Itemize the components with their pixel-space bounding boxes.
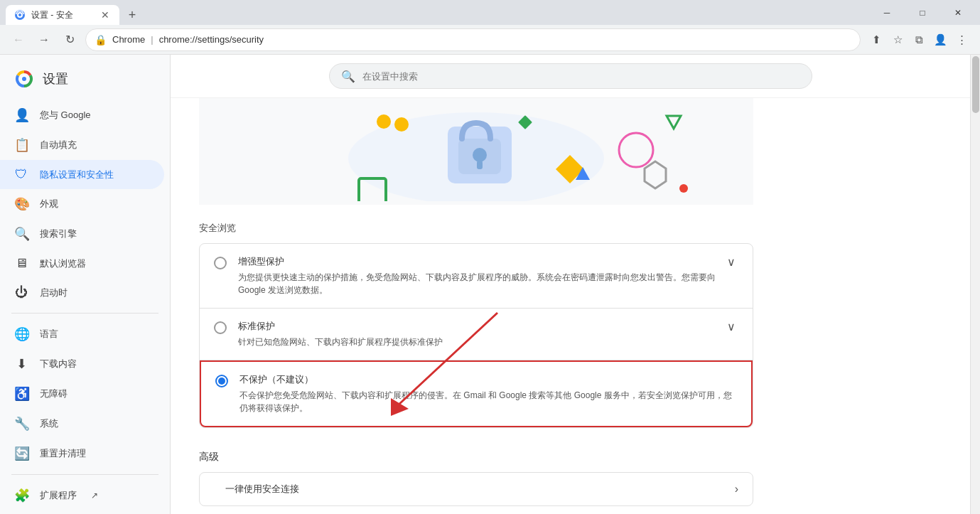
standard-expand-icon[interactable]: ∨ xyxy=(724,320,738,333)
address-chrome-text: Chrome xyxy=(112,34,145,45)
google-icon: 👤 xyxy=(14,107,28,123)
privacy-icon: 🛡 xyxy=(14,167,28,182)
refresh-button[interactable]: ↻ xyxy=(60,30,80,50)
autofill-icon: 📋 xyxy=(14,137,28,153)
svg-point-11 xyxy=(377,114,391,129)
search-bar[interactable]: 🔍 xyxy=(329,63,812,89)
scrollbar-track[interactable] xyxy=(970,55,980,514)
search-area: 🔍 xyxy=(171,55,970,98)
sidebar-item-search[interactable]: 🔍 搜索引擎 xyxy=(0,219,164,249)
forward-button[interactable]: → xyxy=(34,30,54,50)
sidebar-item-google[interactable]: 👤 您与 Google xyxy=(0,100,164,130)
language-icon: 🌐 xyxy=(14,326,28,342)
no-protection-desc: 不会保护您免受危险网站、下载内容和扩展程序的侵害。在 Gmail 和 Googl… xyxy=(239,389,737,414)
tab-view-button[interactable]: ⧉ xyxy=(909,30,929,50)
main-layout: 设置 👤 您与 Google 📋 自动填充 🛡 隐私设置和安全性 🎨 外观 🔍 … xyxy=(0,55,980,514)
active-tab[interactable]: 设置 - 安全 ✕ xyxy=(6,5,119,25)
back-button[interactable]: ← xyxy=(9,30,28,50)
accessibility-icon: ♿ xyxy=(14,386,28,402)
scrollbar-thumb[interactable] xyxy=(972,56,979,113)
sidebar-label-language: 语言 xyxy=(40,328,58,341)
sidebar-label-google: 您与 Google xyxy=(40,109,91,122)
sidebar-item-startup[interactable]: ⏻ 启动时 xyxy=(0,278,164,307)
svg-point-9 xyxy=(394,117,409,132)
standard-protection-option[interactable]: 标准保护 针对已知危险网站、下载内容和扩展程序提供标准保护 ∨ xyxy=(200,309,753,360)
appearance-icon: 🎨 xyxy=(14,196,28,212)
secure-connection-label: 一律使用安全连接 xyxy=(225,483,735,496)
sidebar-item-language[interactable]: 🌐 语言 xyxy=(0,319,164,349)
sidebar-label-extensions: 扩展程序 xyxy=(40,489,77,502)
maximize-button[interactable]: □ xyxy=(906,0,939,25)
sidebar-item-extensions[interactable]: 🧩 扩展程序 ↗ xyxy=(0,481,164,510)
address-separator: | xyxy=(151,34,153,45)
close-button[interactable]: ✕ xyxy=(942,0,974,25)
svg-point-16 xyxy=(619,133,653,167)
sidebar-divider-1 xyxy=(11,313,158,314)
share-button[interactable]: ⬆ xyxy=(866,30,886,50)
sidebar-item-autofill[interactable]: 📋 自动填充 xyxy=(0,130,164,160)
minimize-button[interactable]: ─ xyxy=(871,0,903,25)
lock-icon: 🔒 xyxy=(95,34,107,45)
advanced-title: 高级 xyxy=(199,451,753,464)
toolbar-actions: ⬆ ☆ ⧉ 👤 ⋮ xyxy=(866,30,971,50)
sidebar-label-browser: 默认浏览器 xyxy=(40,257,86,270)
sidebar-item-about[interactable]: ℹ 关于 Chrome xyxy=(0,510,164,514)
enhanced-radio[interactable] xyxy=(214,257,227,269)
sidebar-item-appearance[interactable]: 🎨 外观 xyxy=(0,189,164,219)
sidebar-label-search: 搜索引擎 xyxy=(40,227,77,240)
extensions-icon: 🧩 xyxy=(14,488,28,503)
secure-connection-toggle[interactable]: › xyxy=(735,483,738,496)
sidebar-label-reset: 重置并清理 xyxy=(40,447,86,460)
search-bar-icon: 🔍 xyxy=(341,70,355,83)
enhanced-content: 增强型保护 为您提供更快速主动的保护措施，免受危险网站、下载内容及扩展程序的威胁… xyxy=(238,255,724,296)
sidebar-divider-2 xyxy=(11,474,158,475)
sidebar-item-privacy[interactable]: 🛡 隐私设置和安全性 xyxy=(0,160,164,189)
toolbar: ← → ↻ 🔒 Chrome | chrome://settings/secur… xyxy=(0,25,980,55)
sidebar-label-accessibility: 无障碍 xyxy=(40,387,68,400)
no-protection-radio[interactable] xyxy=(215,375,228,387)
sidebar-item-downloads[interactable]: ⬇ 下载内容 xyxy=(0,349,164,379)
reset-icon: 🔄 xyxy=(14,446,28,461)
settings-title: 设置 xyxy=(43,70,68,87)
new-tab-button[interactable]: + xyxy=(122,5,142,25)
window-controls: ─ □ ✕ xyxy=(871,0,974,25)
search-input[interactable] xyxy=(362,71,800,82)
profile-button[interactable]: 👤 xyxy=(930,30,950,50)
address-bar[interactable]: 🔒 Chrome | chrome://settings/security xyxy=(85,28,861,51)
hero-illustration xyxy=(199,98,753,205)
secure-connection-item[interactable]: 一律使用安全连接 › xyxy=(199,472,753,506)
system-icon: 🔧 xyxy=(14,416,28,432)
svg-point-18 xyxy=(679,184,688,193)
titlebar: 设置 - 安全 ✕ + ─ □ ✕ xyxy=(0,0,980,25)
tab-favicon xyxy=(14,9,26,21)
sidebar-item-reset[interactable]: 🔄 重置并清理 xyxy=(0,439,164,469)
sidebar-item-accessibility[interactable]: ♿ 无障碍 xyxy=(0,379,164,409)
standard-title: 标准保护 xyxy=(238,320,724,333)
enhanced-protection-option[interactable]: 增强型保护 为您提供更快速主动的保护措施，免受危险网站、下载内容及扩展程序的威胁… xyxy=(200,244,753,308)
tab-area: 设置 - 安全 ✕ + xyxy=(6,0,871,25)
sidebar-item-system[interactable]: 🔧 系统 xyxy=(0,409,164,439)
browser-icon: 🖥 xyxy=(14,256,28,271)
no-protection-option[interactable]: 不保护（不建议） 不会保护您免受危险网站、下载内容和扩展程序的侵害。在 Gmai… xyxy=(200,360,753,427)
standard-desc: 针对已知危险网站、下载内容和扩展程序提供标准保护 xyxy=(238,336,724,348)
sidebar-item-browser[interactable]: 🖥 默认浏览器 xyxy=(0,249,164,278)
settings-logo-area: 设置 xyxy=(0,60,170,100)
enhanced-desc: 为您提供更快速主动的保护措施，免受危险网站、下载内容及扩展程序的威胁。系统会在密… xyxy=(238,271,724,296)
section-title: 安全浏览 xyxy=(199,205,753,243)
tab-close-button[interactable]: ✕ xyxy=(99,9,111,21)
options-container: 增强型保护 为您提供更快速主动的保护措施，免受危险网站、下载内容及扩展程序的威胁… xyxy=(199,243,753,428)
no-protection-title: 不保护（不建议） xyxy=(239,373,737,386)
sidebar-label-appearance: 外观 xyxy=(40,198,58,210)
enhanced-expand-icon[interactable]: ∨ xyxy=(724,255,738,269)
sidebar-label-system: 系统 xyxy=(40,417,58,430)
svg-rect-8 xyxy=(477,161,483,169)
search-icon: 🔍 xyxy=(14,226,28,242)
menu-button[interactable]: ⋮ xyxy=(952,30,971,50)
sidebar-label-autofill: 自动填充 xyxy=(40,139,77,151)
bookmark-button[interactable]: ☆ xyxy=(888,30,908,50)
standard-radio[interactable] xyxy=(214,321,227,334)
tab-title: 设置 - 安全 xyxy=(31,9,73,21)
startup-icon: ⏻ xyxy=(14,285,28,300)
address-url: chrome://settings/security xyxy=(159,34,264,45)
secure-connection-content: 一律使用安全连接 xyxy=(225,483,735,496)
